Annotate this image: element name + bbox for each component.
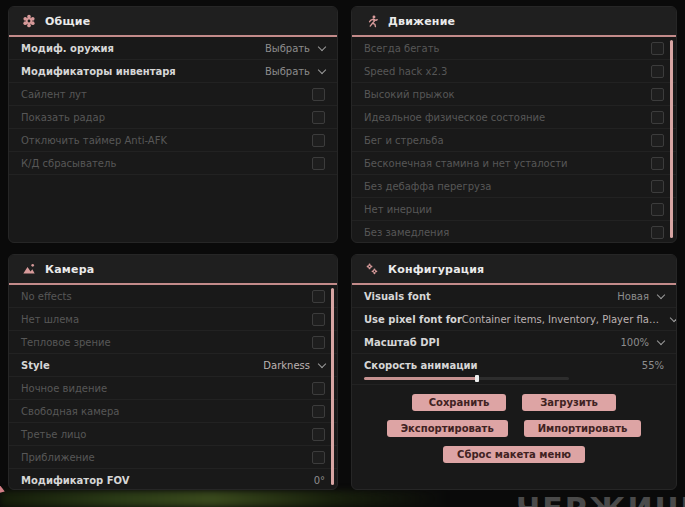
checkbox[interactable]: [312, 451, 325, 464]
setting-label: Высокий прыжок: [364, 89, 455, 100]
save-button[interactable]: Сохранить: [412, 394, 506, 411]
checkbox[interactable]: [312, 428, 325, 441]
panel-general-header: Общие: [9, 7, 337, 37]
setting-row: Бег и стрельба: [352, 129, 676, 152]
dropdown-value: Новая: [617, 291, 649, 302]
setting-label: Бесконечная стамина и нет усталости: [364, 158, 568, 169]
checkbox[interactable]: [651, 42, 664, 55]
setting-row: Сайлент лут: [9, 83, 337, 106]
load-button[interactable]: Загрузить: [522, 394, 616, 411]
setting-label: Модификатор FOV: [21, 475, 129, 486]
panel-camera: Камера No effectsНет шлемаТепловое зрени…: [8, 254, 338, 490]
export-button[interactable]: Экспортировать: [387, 420, 508, 437]
dropdown[interactable]: Новая: [617, 291, 664, 302]
checkbox[interactable]: [651, 180, 664, 193]
setting-row: Бесконечная стамина и нет усталости: [352, 152, 676, 175]
dropdown-value: Выбрать: [265, 43, 310, 54]
checkbox[interactable]: [312, 382, 325, 395]
checkbox[interactable]: [312, 405, 325, 418]
checkbox[interactable]: [651, 134, 664, 147]
dropdown[interactable]: 100%: [620, 337, 664, 348]
panel-config-header: Конфигурация: [352, 255, 676, 285]
setting-row: Visuals fontНовая: [352, 285, 676, 308]
setting-label: Всегда бегать: [364, 43, 439, 54]
setting-label: Без дебаффа перегруза: [364, 181, 491, 192]
dropdown[interactable]: Выбрать: [265, 43, 325, 54]
panel-config: Конфигурация Visuals fontНоваяUse pixel …: [351, 254, 677, 490]
panel-body: Модиф. оружияВыбратьМодификаторы инвента…: [9, 37, 337, 242]
setting-row: Высокий прыжок: [352, 83, 676, 106]
button-row: ЭкспортироватьИмпортировать: [352, 420, 676, 437]
slider[interactable]: [364, 377, 569, 380]
chevron-down-icon: [318, 42, 326, 50]
checkbox[interactable]: [312, 290, 325, 303]
cheat-menu-screen: ЧЕРЖИШЕ Общие Модиф. оружияВыбратьМодифи…: [0, 0, 685, 507]
chevron-down-icon: [318, 65, 326, 73]
reset-menu-layout-button[interactable]: Сброс макета меню: [443, 446, 585, 463]
slider-value: 0°: [314, 475, 325, 486]
setting-row: Отключить таймер Anti-AFK: [9, 129, 337, 152]
setting-row: Без дебаффа перегруза: [352, 175, 676, 198]
checkbox[interactable]: [312, 157, 325, 170]
panel-camera-header: Камера: [9, 255, 337, 285]
dropdown[interactable]: Darkness: [263, 360, 325, 371]
import-button[interactable]: Импортировать: [524, 420, 642, 437]
setting-label: Ночное видение: [21, 383, 107, 394]
checkbox[interactable]: [312, 134, 325, 147]
setting-row: Тепловое зрение: [9, 331, 337, 354]
setting-label: Нет шлема: [21, 314, 79, 325]
setting-row: Идеальное физическое состояние: [352, 106, 676, 129]
slider-row: Модификатор FOV0°: [9, 469, 337, 490]
setting-row: Свободная камера: [9, 400, 337, 423]
setting-label: К/Д сбрасыватель: [21, 158, 116, 169]
chevron-down-icon: [657, 336, 665, 344]
checkbox[interactable]: [651, 157, 664, 170]
panel-title: Конфигурация: [388, 263, 484, 276]
panel-general: Общие Модиф. оружияВыбратьМодификаторы и…: [8, 6, 338, 243]
panel-body: No effectsНет шлемаТепловое зрениеStyleD…: [9, 285, 337, 489]
panel-movement: Движение Всегда бегатьSpeed hack x2.3Выс…: [351, 6, 677, 243]
checkbox[interactable]: [312, 111, 325, 124]
checkbox[interactable]: [651, 111, 664, 124]
scrollbar[interactable]: [331, 288, 334, 485]
slider-value: 55%: [642, 360, 664, 371]
setting-row: Speed hack x2.3: [352, 60, 676, 83]
gear-icon: [22, 14, 36, 28]
setting-label: Тепловое зрение: [21, 337, 111, 348]
setting-label: Идеальное физическое состояние: [364, 112, 545, 123]
dropdown[interactable]: Container items, Inventory, Player flags…: [462, 314, 677, 325]
setting-row: Без замедления: [352, 221, 676, 243]
setting-label: Приближение: [21, 452, 95, 463]
dropdown[interactable]: Выбрать: [265, 66, 325, 77]
setting-label: Сайлент лут: [21, 89, 87, 100]
setting-label: Без замедления: [364, 227, 449, 238]
setting-row: Всегда бегать: [352, 37, 676, 60]
checkbox[interactable]: [312, 336, 325, 349]
setting-row: Нет шлема: [9, 308, 337, 331]
slider-handle[interactable]: [475, 375, 479, 382]
checkbox[interactable]: [651, 226, 664, 239]
checkbox[interactable]: [312, 313, 325, 326]
panel-body: Всегда бегатьSpeed hack x2.3Высокий прыж…: [352, 37, 676, 242]
game-background-blur: [0, 491, 470, 507]
checkbox[interactable]: [651, 65, 664, 78]
panel-title: Общие: [45, 15, 90, 28]
checkbox[interactable]: [651, 88, 664, 101]
panel-movement-header: Движение: [352, 7, 676, 37]
checkbox[interactable]: [651, 203, 664, 216]
setting-label: Масштаб DPI: [364, 337, 440, 348]
gears-icon: [365, 262, 379, 276]
scrollbar[interactable]: [670, 40, 673, 238]
setting-label: Показать радар: [21, 112, 105, 123]
setting-row: Масштаб DPI100%: [352, 331, 676, 354]
chevron-down-icon: [657, 290, 665, 298]
slider-row: Скорость анимации55%: [352, 354, 676, 385]
checkbox[interactable]: [312, 88, 325, 101]
setting-label: Модификаторы инвентаря: [21, 66, 176, 77]
dropdown-value: Darkness: [263, 360, 310, 371]
button-row: Сброс макета меню: [352, 446, 676, 463]
image-icon: [22, 262, 36, 276]
dropdown-value: 100%: [620, 337, 649, 348]
setting-row: К/Д сбрасыватель: [9, 152, 337, 175]
dropdown-value: Выбрать: [265, 66, 310, 77]
